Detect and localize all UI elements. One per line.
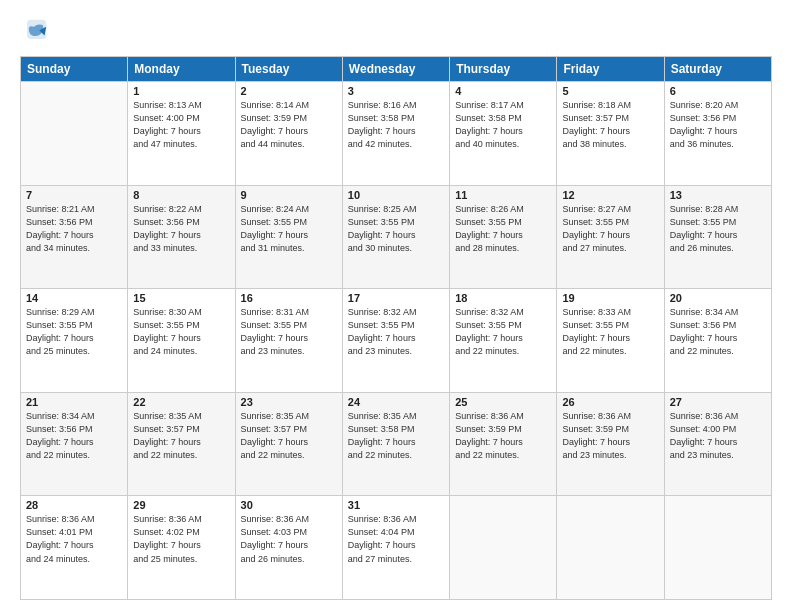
calendar-cell <box>557 496 664 600</box>
calendar-week-row: 28Sunrise: 8:36 AMSunset: 4:01 PMDayligh… <box>21 496 772 600</box>
calendar-cell: 28Sunrise: 8:36 AMSunset: 4:01 PMDayligh… <box>21 496 128 600</box>
day-number: 28 <box>26 499 122 511</box>
day-number: 12 <box>562 189 658 201</box>
calendar-cell: 7Sunrise: 8:21 AMSunset: 3:56 PMDaylight… <box>21 185 128 289</box>
day-number: 27 <box>670 396 766 408</box>
weekday-header: Tuesday <box>235 57 342 82</box>
day-info: Sunrise: 8:13 AMSunset: 4:00 PMDaylight:… <box>133 99 229 151</box>
day-info: Sunrise: 8:32 AMSunset: 3:55 PMDaylight:… <box>455 306 551 358</box>
day-info: Sunrise: 8:35 AMSunset: 3:57 PMDaylight:… <box>241 410 337 462</box>
calendar-cell: 26Sunrise: 8:36 AMSunset: 3:59 PMDayligh… <box>557 392 664 496</box>
day-info: Sunrise: 8:25 AMSunset: 3:55 PMDaylight:… <box>348 203 444 255</box>
day-info: Sunrise: 8:30 AMSunset: 3:55 PMDaylight:… <box>133 306 229 358</box>
day-info: Sunrise: 8:20 AMSunset: 3:56 PMDaylight:… <box>670 99 766 151</box>
weekday-header: Saturday <box>664 57 771 82</box>
logo-icon <box>20 18 48 46</box>
day-number: 16 <box>241 292 337 304</box>
day-info: Sunrise: 8:36 AMSunset: 4:04 PMDaylight:… <box>348 513 444 565</box>
calendar-cell: 14Sunrise: 8:29 AMSunset: 3:55 PMDayligh… <box>21 289 128 393</box>
day-number: 19 <box>562 292 658 304</box>
calendar-cell: 13Sunrise: 8:28 AMSunset: 3:55 PMDayligh… <box>664 185 771 289</box>
calendar-cell: 1Sunrise: 8:13 AMSunset: 4:00 PMDaylight… <box>128 82 235 186</box>
day-info: Sunrise: 8:22 AMSunset: 3:56 PMDaylight:… <box>133 203 229 255</box>
day-info: Sunrise: 8:34 AMSunset: 3:56 PMDaylight:… <box>26 410 122 462</box>
weekday-header: Monday <box>128 57 235 82</box>
calendar-cell: 25Sunrise: 8:36 AMSunset: 3:59 PMDayligh… <box>450 392 557 496</box>
day-info: Sunrise: 8:32 AMSunset: 3:55 PMDaylight:… <box>348 306 444 358</box>
calendar-week-row: 14Sunrise: 8:29 AMSunset: 3:55 PMDayligh… <box>21 289 772 393</box>
page: SundayMondayTuesdayWednesdayThursdayFrid… <box>0 0 792 612</box>
day-info: Sunrise: 8:24 AMSunset: 3:55 PMDaylight:… <box>241 203 337 255</box>
calendar-cell: 27Sunrise: 8:36 AMSunset: 4:00 PMDayligh… <box>664 392 771 496</box>
day-number: 11 <box>455 189 551 201</box>
weekday-header: Thursday <box>450 57 557 82</box>
day-number: 6 <box>670 85 766 97</box>
calendar-week-row: 7Sunrise: 8:21 AMSunset: 3:56 PMDaylight… <box>21 185 772 289</box>
day-info: Sunrise: 8:31 AMSunset: 3:55 PMDaylight:… <box>241 306 337 358</box>
day-number: 15 <box>133 292 229 304</box>
day-number: 22 <box>133 396 229 408</box>
calendar-cell: 5Sunrise: 8:18 AMSunset: 3:57 PMDaylight… <box>557 82 664 186</box>
day-number: 13 <box>670 189 766 201</box>
calendar-cell: 24Sunrise: 8:35 AMSunset: 3:58 PMDayligh… <box>342 392 449 496</box>
day-number: 31 <box>348 499 444 511</box>
day-info: Sunrise: 8:36 AMSunset: 3:59 PMDaylight:… <box>455 410 551 462</box>
day-info: Sunrise: 8:16 AMSunset: 3:58 PMDaylight:… <box>348 99 444 151</box>
day-info: Sunrise: 8:27 AMSunset: 3:55 PMDaylight:… <box>562 203 658 255</box>
calendar-cell <box>450 496 557 600</box>
day-info: Sunrise: 8:34 AMSunset: 3:56 PMDaylight:… <box>670 306 766 358</box>
calendar-cell: 3Sunrise: 8:16 AMSunset: 3:58 PMDaylight… <box>342 82 449 186</box>
calendar-cell: 31Sunrise: 8:36 AMSunset: 4:04 PMDayligh… <box>342 496 449 600</box>
calendar-cell: 12Sunrise: 8:27 AMSunset: 3:55 PMDayligh… <box>557 185 664 289</box>
day-number: 20 <box>670 292 766 304</box>
logo <box>20 18 52 46</box>
day-number: 24 <box>348 396 444 408</box>
day-number: 10 <box>348 189 444 201</box>
day-info: Sunrise: 8:36 AMSunset: 3:59 PMDaylight:… <box>562 410 658 462</box>
day-number: 3 <box>348 85 444 97</box>
calendar-cell: 21Sunrise: 8:34 AMSunset: 3:56 PMDayligh… <box>21 392 128 496</box>
calendar-cell: 22Sunrise: 8:35 AMSunset: 3:57 PMDayligh… <box>128 392 235 496</box>
calendar-cell: 11Sunrise: 8:26 AMSunset: 3:55 PMDayligh… <box>450 185 557 289</box>
calendar-cell: 16Sunrise: 8:31 AMSunset: 3:55 PMDayligh… <box>235 289 342 393</box>
calendar-header: SundayMondayTuesdayWednesdayThursdayFrid… <box>21 57 772 82</box>
calendar-table: SundayMondayTuesdayWednesdayThursdayFrid… <box>20 56 772 600</box>
day-info: Sunrise: 8:17 AMSunset: 3:58 PMDaylight:… <box>455 99 551 151</box>
day-number: 26 <box>562 396 658 408</box>
calendar-cell: 9Sunrise: 8:24 AMSunset: 3:55 PMDaylight… <box>235 185 342 289</box>
day-number: 1 <box>133 85 229 97</box>
day-info: Sunrise: 8:36 AMSunset: 4:02 PMDaylight:… <box>133 513 229 565</box>
calendar-week-row: 1Sunrise: 8:13 AMSunset: 4:00 PMDaylight… <box>21 82 772 186</box>
day-info: Sunrise: 8:14 AMSunset: 3:59 PMDaylight:… <box>241 99 337 151</box>
header <box>20 18 772 46</box>
day-number: 7 <box>26 189 122 201</box>
day-info: Sunrise: 8:18 AMSunset: 3:57 PMDaylight:… <box>562 99 658 151</box>
calendar-cell: 17Sunrise: 8:32 AMSunset: 3:55 PMDayligh… <box>342 289 449 393</box>
calendar-cell: 19Sunrise: 8:33 AMSunset: 3:55 PMDayligh… <box>557 289 664 393</box>
day-info: Sunrise: 8:36 AMSunset: 4:01 PMDaylight:… <box>26 513 122 565</box>
weekday-header: Sunday <box>21 57 128 82</box>
day-number: 23 <box>241 396 337 408</box>
day-number: 25 <box>455 396 551 408</box>
calendar-cell: 2Sunrise: 8:14 AMSunset: 3:59 PMDaylight… <box>235 82 342 186</box>
calendar-cell: 15Sunrise: 8:30 AMSunset: 3:55 PMDayligh… <box>128 289 235 393</box>
calendar-cell: 30Sunrise: 8:36 AMSunset: 4:03 PMDayligh… <box>235 496 342 600</box>
day-info: Sunrise: 8:28 AMSunset: 3:55 PMDaylight:… <box>670 203 766 255</box>
day-info: Sunrise: 8:26 AMSunset: 3:55 PMDaylight:… <box>455 203 551 255</box>
day-number: 9 <box>241 189 337 201</box>
weekday-header: Wednesday <box>342 57 449 82</box>
day-info: Sunrise: 8:36 AMSunset: 4:00 PMDaylight:… <box>670 410 766 462</box>
calendar-cell: 20Sunrise: 8:34 AMSunset: 3:56 PMDayligh… <box>664 289 771 393</box>
calendar-cell: 29Sunrise: 8:36 AMSunset: 4:02 PMDayligh… <box>128 496 235 600</box>
calendar-cell: 23Sunrise: 8:35 AMSunset: 3:57 PMDayligh… <box>235 392 342 496</box>
calendar-cell: 4Sunrise: 8:17 AMSunset: 3:58 PMDaylight… <box>450 82 557 186</box>
day-number: 21 <box>26 396 122 408</box>
calendar-cell: 10Sunrise: 8:25 AMSunset: 3:55 PMDayligh… <box>342 185 449 289</box>
day-number: 18 <box>455 292 551 304</box>
day-info: Sunrise: 8:35 AMSunset: 3:57 PMDaylight:… <box>133 410 229 462</box>
day-number: 29 <box>133 499 229 511</box>
calendar-body: 1Sunrise: 8:13 AMSunset: 4:00 PMDaylight… <box>21 82 772 600</box>
day-info: Sunrise: 8:29 AMSunset: 3:55 PMDaylight:… <box>26 306 122 358</box>
day-number: 2 <box>241 85 337 97</box>
calendar-cell: 8Sunrise: 8:22 AMSunset: 3:56 PMDaylight… <box>128 185 235 289</box>
